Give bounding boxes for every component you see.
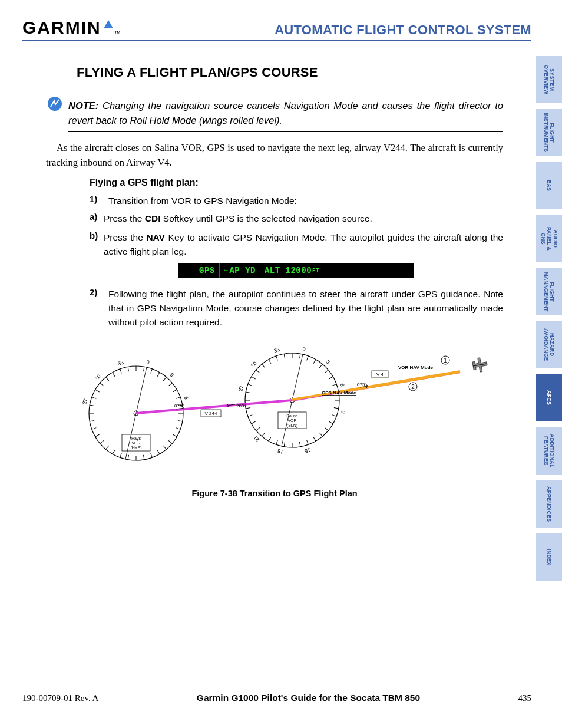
- svg-line-15: [144, 367, 144, 371]
- svg-line-36: [106, 446, 109, 449]
- svg-line-18: [163, 377, 166, 380]
- note-body: Changing the navigation source cancels N…: [68, 100, 503, 126]
- chapter-title: AUTOMATIC FLIGHT CONTROL SYSTEM: [275, 22, 531, 38]
- svg-text:VOR: VOR: [287, 419, 296, 423]
- tab-audio-panel-cns[interactable]: AUDIO PANEL & CNS: [536, 215, 562, 262]
- step-number: 1): [90, 194, 103, 208]
- svg-text:9: 9: [340, 410, 346, 414]
- substep-letter: b): [90, 230, 101, 259]
- flight-plan-diagram: 0 33 3 30 6 27 Hays VOR (HYS): [59, 337, 490, 478]
- svg-line-86: [284, 442, 285, 447]
- intro-para: As the aircraft closes on Salina VOR, GP…: [46, 140, 503, 170]
- tab-hazard-avoidance[interactable]: HAZARD AVOIDANCE: [536, 321, 562, 368]
- tab-afcs[interactable]: AFCS: [536, 374, 562, 421]
- substep-letter: a): [90, 212, 101, 226]
- page-header: GARMIN ™ AUTOMATIC FLIGHT CONTROL SYSTEM: [22, 18, 531, 41]
- svg-line-98: [256, 370, 260, 373]
- tab-index[interactable]: INDEX: [536, 533, 562, 581]
- tab-flight-instruments[interactable]: FLIGHT INSTRUMENTS: [536, 109, 562, 156]
- svg-text:1: 1: [444, 357, 447, 364]
- svg-line-37: [100, 440, 104, 443]
- doc-revision: 190-00709-01 Rev. A: [22, 693, 98, 703]
- svg-line-17: [157, 372, 160, 376]
- svg-line-95: [246, 392, 250, 393]
- page-footer: 190-00709-01 Rev. A Garmin G1000 Pilot's…: [22, 693, 531, 703]
- svg-line-88: [269, 437, 271, 441]
- svg-text:15: 15: [304, 447, 312, 454]
- svg-line-70: [313, 359, 316, 363]
- afcs-status-bar: GPS ←AP YD ALT 12000FT: [178, 263, 414, 278]
- svg-marker-0: [104, 20, 113, 28]
- substep-body: Press the NAV Key to activate GPS Naviga…: [104, 230, 503, 259]
- svg-line-30: [151, 453, 153, 457]
- svg-line-90: [256, 427, 260, 430]
- svg-text:30: 30: [94, 373, 102, 381]
- substep-body: Press the CDI Softkey until GPS is the s…: [104, 212, 503, 226]
- note-label: NOTE:: [68, 100, 98, 111]
- svg-text:33: 33: [117, 359, 125, 366]
- svg-line-44: [95, 390, 100, 392]
- svg-line-16: [151, 369, 153, 374]
- svg-line-35: [113, 450, 115, 454]
- svg-line-82: [313, 437, 316, 441]
- svg-line-47: [113, 372, 115, 376]
- tab-flight-management[interactable]: FLIGHT MANAGEMENT: [536, 268, 562, 315]
- logo-triangle-icon: [104, 20, 113, 28]
- note-icon: [47, 96, 62, 111]
- svg-line-48: [120, 369, 122, 374]
- svg-line-102: [284, 354, 285, 358]
- svg-line-40: [90, 420, 94, 421]
- svg-line-77: [334, 407, 339, 408]
- tab-additional-features[interactable]: ADDITIONAL FEATURES: [536, 427, 562, 475]
- svg-line-93: [246, 407, 250, 408]
- svg-line-31: [144, 455, 144, 460]
- svg-line-72: [325, 370, 328, 373]
- svg-line-107: [348, 372, 460, 391]
- doc-title: Garmin G1000 Pilot's Guide for the Socat…: [197, 693, 420, 703]
- svg-text:6: 6: [183, 396, 190, 400]
- svg-line-49: [128, 367, 128, 371]
- figure-caption: Figure 7-38 Transition to GPS Flight Pla…: [46, 489, 503, 498]
- svg-line-24: [178, 420, 183, 421]
- svg-line-43: [92, 397, 97, 398]
- svg-line-42: [90, 405, 94, 406]
- step-number: 2): [90, 287, 103, 330]
- svg-line-91: [252, 421, 256, 424]
- svg-line-27: [168, 440, 172, 443]
- status-ap: ←AP YD: [220, 263, 260, 278]
- step-body: Following the flight plan, the autopilot…: [108, 287, 503, 330]
- tab-eas[interactable]: EAS: [536, 162, 562, 209]
- svg-line-19: [168, 383, 172, 386]
- svg-line-28: [163, 446, 166, 449]
- svg-text:V 244: V 244: [205, 411, 217, 416]
- svg-line-96: [248, 384, 253, 386]
- svg-text:21: 21: [252, 434, 260, 443]
- tab-appendices[interactable]: APPENDICES: [536, 480, 562, 528]
- svg-line-34: [120, 453, 122, 457]
- svg-line-69: [307, 356, 309, 361]
- svg-line-71: [319, 364, 322, 367]
- svg-text:18: 18: [277, 447, 284, 454]
- status-lateral: GPS: [195, 263, 220, 278]
- svg-text:30: 30: [250, 360, 258, 368]
- svg-text:3: 3: [325, 358, 330, 365]
- svg-text:V 4: V 4: [376, 372, 384, 377]
- aircraft-icon: [472, 357, 488, 373]
- garmin-logo: GARMIN ™: [22, 18, 121, 38]
- svg-line-46: [106, 377, 109, 380]
- svg-line-84: [300, 442, 300, 447]
- svg-text:0: 0: [146, 359, 150, 365]
- svg-text:VOR: VOR: [131, 441, 140, 445]
- svg-line-92: [248, 414, 253, 416]
- svg-line-80: [325, 427, 328, 430]
- svg-text:27: 27: [237, 385, 244, 392]
- procedure-heading: Flying a GPS flight plan:: [90, 177, 503, 188]
- svg-line-20: [173, 390, 177, 392]
- tab-system-overview[interactable]: SYSTEM OVERVIEW: [536, 56, 562, 103]
- course-label: 076°: [174, 403, 184, 409]
- svg-line-74: [332, 384, 337, 386]
- svg-line-79: [329, 421, 333, 424]
- svg-text:0: 0: [302, 346, 306, 353]
- svg-line-73: [329, 377, 333, 379]
- svg-line-33: [128, 455, 128, 460]
